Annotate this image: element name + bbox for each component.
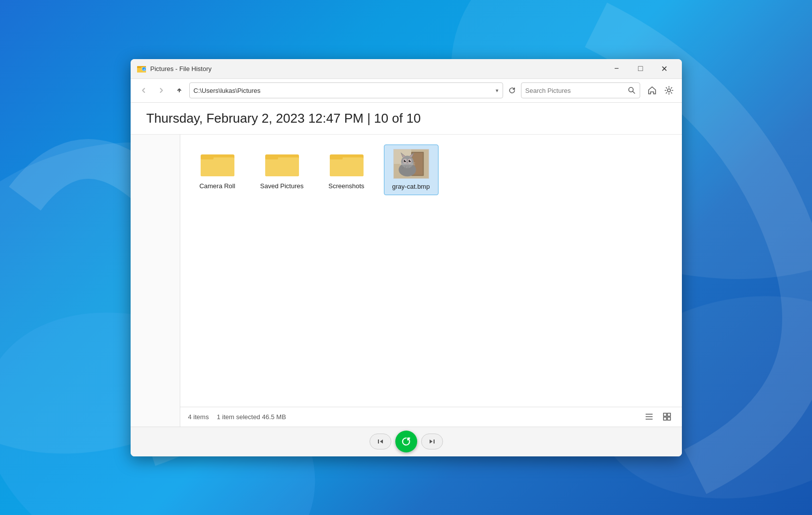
svg-text:↺: ↺ (143, 68, 145, 71)
address-input[interactable] (194, 87, 494, 94)
item-count: 4 items (188, 413, 209, 421)
image-thumbnail-gray-cat (393, 149, 429, 179)
list-view-button[interactable] (642, 410, 656, 424)
svg-rect-6 (137, 67, 141, 68)
tile-view-button[interactable] (660, 410, 674, 424)
sidebar (131, 135, 180, 427)
svg-rect-53 (434, 440, 435, 443)
nav-icon-buttons (644, 82, 677, 98)
svg-rect-16 (265, 156, 278, 159)
file-label-gray-cat: gray-cat.bmp (392, 183, 430, 191)
settings-button[interactable] (661, 82, 677, 98)
previous-version-button[interactable] (369, 434, 391, 449)
date-text: Thursday, February 2, 2023 12:47 PM | 10… (147, 111, 421, 126)
search-button[interactable] (628, 86, 636, 94)
address-bar: ▾ (189, 82, 503, 98)
content-area: Camera Roll Saved Pictures (131, 135, 682, 427)
svg-rect-47 (664, 413, 666, 416)
search-bar (521, 82, 640, 98)
window-title: Pictures - File History (150, 65, 605, 73)
back-button[interactable] (136, 82, 151, 98)
file-area: Camera Roll Saved Pictures (180, 135, 682, 427)
svg-rect-18 (330, 157, 364, 176)
address-dropdown-arrow[interactable]: ▾ (496, 87, 499, 94)
file-grid: Camera Roll Saved Pictures (180, 135, 682, 407)
status-bar: 4 items 1 item selected 46.5 MB (180, 407, 682, 427)
title-bar: ↺ Pictures - File History − □ ✕ (131, 59, 682, 79)
svg-rect-13 (201, 156, 214, 159)
up-button[interactable] (171, 82, 187, 98)
window-controls: − □ ✕ (605, 61, 676, 76)
svg-point-35 (410, 160, 411, 161)
maximize-button[interactable]: □ (629, 61, 652, 76)
svg-rect-12 (201, 157, 234, 176)
folder-icon-camera-roll (200, 148, 235, 178)
navigation-bar: ▾ (131, 79, 682, 103)
file-item-camera-roll[interactable]: Camera Roll (190, 145, 245, 196)
svg-rect-19 (330, 156, 343, 159)
svg-point-25 (401, 155, 413, 168)
svg-rect-49 (664, 417, 666, 420)
main-window: ↺ Pictures - File History − □ ✕ (131, 59, 682, 456)
date-header: Thursday, February 2, 2023 12:47 PM | 10… (131, 103, 682, 135)
svg-rect-50 (667, 417, 670, 420)
file-label-saved-pictures: Saved Pictures (260, 182, 303, 191)
close-button[interactable]: ✕ (653, 61, 676, 76)
svg-point-34 (405, 160, 406, 161)
file-label-camera-roll: Camera Roll (199, 182, 235, 191)
svg-point-52 (400, 436, 412, 447)
svg-rect-15 (265, 157, 299, 176)
svg-rect-48 (667, 413, 670, 416)
next-version-button[interactable] (421, 434, 443, 449)
file-item-gray-cat[interactable]: gray-cat.bmp (384, 145, 439, 196)
home-button[interactable] (644, 82, 660, 98)
view-controls (642, 410, 674, 424)
svg-rect-51 (378, 440, 379, 443)
forward-button[interactable] (153, 82, 169, 98)
search-input[interactable] (525, 87, 626, 94)
refresh-button[interactable] (505, 83, 519, 97)
app-icon: ↺ (137, 64, 147, 74)
file-item-saved-pictures[interactable]: Saved Pictures (255, 145, 309, 196)
folder-icon-saved-pictures (264, 148, 300, 178)
svg-point-33 (408, 159, 411, 162)
folder-icon-screenshots (329, 148, 365, 178)
minimize-button[interactable]: − (605, 61, 628, 76)
file-item-screenshots[interactable]: Screenshots (319, 145, 374, 196)
selected-info: 1 item selected 46.5 MB (217, 413, 286, 421)
svg-point-10 (667, 89, 670, 92)
file-label-screenshots: Screenshots (328, 182, 364, 191)
restore-button[interactable] (395, 431, 417, 452)
svg-point-32 (403, 159, 406, 162)
bottom-controls (131, 427, 682, 456)
